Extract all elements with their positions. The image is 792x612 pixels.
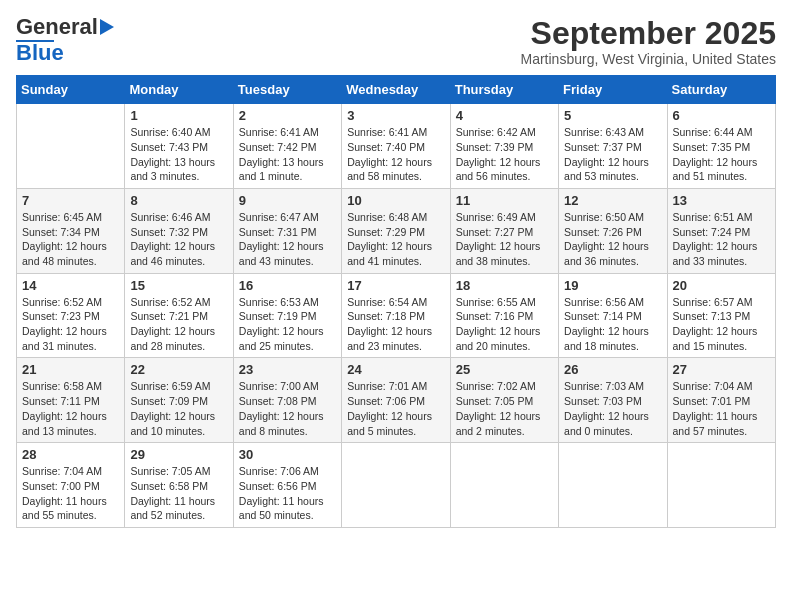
day-number: 30: [239, 447, 336, 462]
day-number: 18: [456, 278, 553, 293]
calendar-cell: 6Sunrise: 6:44 AMSunset: 7:35 PMDaylight…: [667, 104, 775, 189]
calendar-cell: 2Sunrise: 6:41 AMSunset: 7:42 PMDaylight…: [233, 104, 341, 189]
col-header-wednesday: Wednesday: [342, 76, 450, 104]
cell-info: Sunrise: 6:57 AMSunset: 7:13 PMDaylight:…: [673, 295, 770, 354]
cell-info: Sunrise: 6:45 AMSunset: 7:34 PMDaylight:…: [22, 210, 119, 269]
calendar-cell: [342, 443, 450, 528]
calendar-cell: 1Sunrise: 6:40 AMSunset: 7:43 PMDaylight…: [125, 104, 233, 189]
calendar-cell: 29Sunrise: 7:05 AMSunset: 6:58 PMDayligh…: [125, 443, 233, 528]
calendar-cell: 10Sunrise: 6:48 AMSunset: 7:29 PMDayligh…: [342, 188, 450, 273]
day-number: 20: [673, 278, 770, 293]
day-number: 24: [347, 362, 444, 377]
cell-info: Sunrise: 6:40 AMSunset: 7:43 PMDaylight:…: [130, 125, 227, 184]
calendar-week-row: 28Sunrise: 7:04 AMSunset: 7:00 PMDayligh…: [17, 443, 776, 528]
month-title: September 2025: [521, 16, 777, 51]
calendar-cell: [17, 104, 125, 189]
cell-info: Sunrise: 6:41 AMSunset: 7:40 PMDaylight:…: [347, 125, 444, 184]
cell-info: Sunrise: 6:41 AMSunset: 7:42 PMDaylight:…: [239, 125, 336, 184]
cell-info: Sunrise: 6:46 AMSunset: 7:32 PMDaylight:…: [130, 210, 227, 269]
cell-info: Sunrise: 7:00 AMSunset: 7:08 PMDaylight:…: [239, 379, 336, 438]
logo-blue-text: Blue: [16, 42, 64, 64]
cell-info: Sunrise: 6:51 AMSunset: 7:24 PMDaylight:…: [673, 210, 770, 269]
cell-info: Sunrise: 7:03 AMSunset: 7:03 PMDaylight:…: [564, 379, 661, 438]
cell-info: Sunrise: 7:01 AMSunset: 7:06 PMDaylight:…: [347, 379, 444, 438]
calendar-week-row: 14Sunrise: 6:52 AMSunset: 7:23 PMDayligh…: [17, 273, 776, 358]
calendar-week-row: 21Sunrise: 6:58 AMSunset: 7:11 PMDayligh…: [17, 358, 776, 443]
col-header-friday: Friday: [559, 76, 667, 104]
cell-info: Sunrise: 6:48 AMSunset: 7:29 PMDaylight:…: [347, 210, 444, 269]
cell-info: Sunrise: 6:53 AMSunset: 7:19 PMDaylight:…: [239, 295, 336, 354]
day-number: 12: [564, 193, 661, 208]
day-number: 2: [239, 108, 336, 123]
day-number: 1: [130, 108, 227, 123]
day-number: 3: [347, 108, 444, 123]
day-number: 19: [564, 278, 661, 293]
location: Martinsburg, West Virginia, United State…: [521, 51, 777, 67]
col-header-sunday: Sunday: [17, 76, 125, 104]
calendar-cell: 7Sunrise: 6:45 AMSunset: 7:34 PMDaylight…: [17, 188, 125, 273]
calendar-cell: 5Sunrise: 6:43 AMSunset: 7:37 PMDaylight…: [559, 104, 667, 189]
calendar-cell: 13Sunrise: 6:51 AMSunset: 7:24 PMDayligh…: [667, 188, 775, 273]
day-number: 10: [347, 193, 444, 208]
cell-info: Sunrise: 7:04 AMSunset: 7:00 PMDaylight:…: [22, 464, 119, 523]
calendar-cell: 8Sunrise: 6:46 AMSunset: 7:32 PMDaylight…: [125, 188, 233, 273]
col-header-thursday: Thursday: [450, 76, 558, 104]
logo-text: General: [16, 16, 98, 38]
logo: General Blue: [16, 16, 114, 64]
day-number: 29: [130, 447, 227, 462]
col-header-saturday: Saturday: [667, 76, 775, 104]
cell-info: Sunrise: 7:06 AMSunset: 6:56 PMDaylight:…: [239, 464, 336, 523]
day-number: 4: [456, 108, 553, 123]
calendar-cell: 12Sunrise: 6:50 AMSunset: 7:26 PMDayligh…: [559, 188, 667, 273]
cell-info: Sunrise: 6:56 AMSunset: 7:14 PMDaylight:…: [564, 295, 661, 354]
calendar-week-row: 1Sunrise: 6:40 AMSunset: 7:43 PMDaylight…: [17, 104, 776, 189]
calendar-cell: 26Sunrise: 7:03 AMSunset: 7:03 PMDayligh…: [559, 358, 667, 443]
day-number: 17: [347, 278, 444, 293]
calendar-cell: [559, 443, 667, 528]
day-number: 28: [22, 447, 119, 462]
day-number: 6: [673, 108, 770, 123]
day-number: 23: [239, 362, 336, 377]
calendar-cell: 14Sunrise: 6:52 AMSunset: 7:23 PMDayligh…: [17, 273, 125, 358]
calendar-cell: [450, 443, 558, 528]
cell-info: Sunrise: 6:44 AMSunset: 7:35 PMDaylight:…: [673, 125, 770, 184]
day-number: 13: [673, 193, 770, 208]
page-header: General Blue September 2025 Martinsburg,…: [16, 16, 776, 67]
day-number: 9: [239, 193, 336, 208]
day-number: 15: [130, 278, 227, 293]
logo-arrow-icon: [100, 19, 114, 35]
calendar-cell: 15Sunrise: 6:52 AMSunset: 7:21 PMDayligh…: [125, 273, 233, 358]
calendar-cell: 17Sunrise: 6:54 AMSunset: 7:18 PMDayligh…: [342, 273, 450, 358]
calendar-cell: 21Sunrise: 6:58 AMSunset: 7:11 PMDayligh…: [17, 358, 125, 443]
calendar-cell: 11Sunrise: 6:49 AMSunset: 7:27 PMDayligh…: [450, 188, 558, 273]
day-number: 7: [22, 193, 119, 208]
cell-info: Sunrise: 6:42 AMSunset: 7:39 PMDaylight:…: [456, 125, 553, 184]
cell-info: Sunrise: 6:50 AMSunset: 7:26 PMDaylight:…: [564, 210, 661, 269]
day-number: 22: [130, 362, 227, 377]
cell-info: Sunrise: 6:47 AMSunset: 7:31 PMDaylight:…: [239, 210, 336, 269]
calendar-cell: 3Sunrise: 6:41 AMSunset: 7:40 PMDaylight…: [342, 104, 450, 189]
cell-info: Sunrise: 6:52 AMSunset: 7:21 PMDaylight:…: [130, 295, 227, 354]
cell-info: Sunrise: 6:59 AMSunset: 7:09 PMDaylight:…: [130, 379, 227, 438]
calendar-cell: 19Sunrise: 6:56 AMSunset: 7:14 PMDayligh…: [559, 273, 667, 358]
calendar-cell: 23Sunrise: 7:00 AMSunset: 7:08 PMDayligh…: [233, 358, 341, 443]
calendar-cell: 28Sunrise: 7:04 AMSunset: 7:00 PMDayligh…: [17, 443, 125, 528]
col-header-tuesday: Tuesday: [233, 76, 341, 104]
calendar-cell: 22Sunrise: 6:59 AMSunset: 7:09 PMDayligh…: [125, 358, 233, 443]
day-number: 14: [22, 278, 119, 293]
cell-info: Sunrise: 6:54 AMSunset: 7:18 PMDaylight:…: [347, 295, 444, 354]
day-number: 5: [564, 108, 661, 123]
cell-info: Sunrise: 6:55 AMSunset: 7:16 PMDaylight:…: [456, 295, 553, 354]
calendar-cell: 9Sunrise: 6:47 AMSunset: 7:31 PMDaylight…: [233, 188, 341, 273]
calendar-cell: 25Sunrise: 7:02 AMSunset: 7:05 PMDayligh…: [450, 358, 558, 443]
day-number: 21: [22, 362, 119, 377]
cell-info: Sunrise: 7:04 AMSunset: 7:01 PMDaylight:…: [673, 379, 770, 438]
day-number: 25: [456, 362, 553, 377]
col-header-monday: Monday: [125, 76, 233, 104]
day-number: 8: [130, 193, 227, 208]
day-number: 16: [239, 278, 336, 293]
day-number: 26: [564, 362, 661, 377]
calendar-cell: 20Sunrise: 6:57 AMSunset: 7:13 PMDayligh…: [667, 273, 775, 358]
day-number: 27: [673, 362, 770, 377]
cell-info: Sunrise: 6:52 AMSunset: 7:23 PMDaylight:…: [22, 295, 119, 354]
